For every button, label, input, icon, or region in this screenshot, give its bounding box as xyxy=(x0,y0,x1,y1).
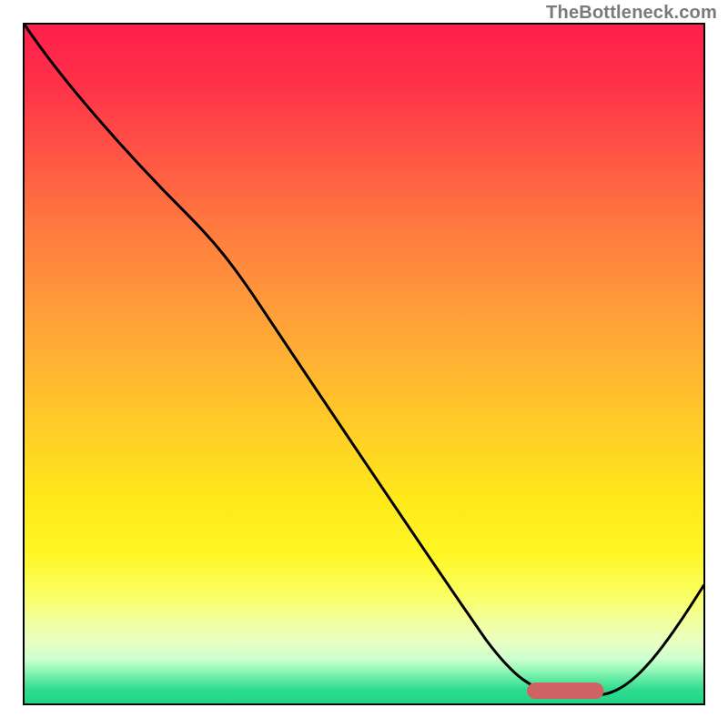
plot-frame xyxy=(23,23,705,705)
optimum-marker xyxy=(25,25,703,703)
watermark-text: TheBottleneck.com xyxy=(546,2,717,23)
chart-container: TheBottleneck.com xyxy=(0,0,728,728)
optimum-marker-pill xyxy=(527,682,604,699)
